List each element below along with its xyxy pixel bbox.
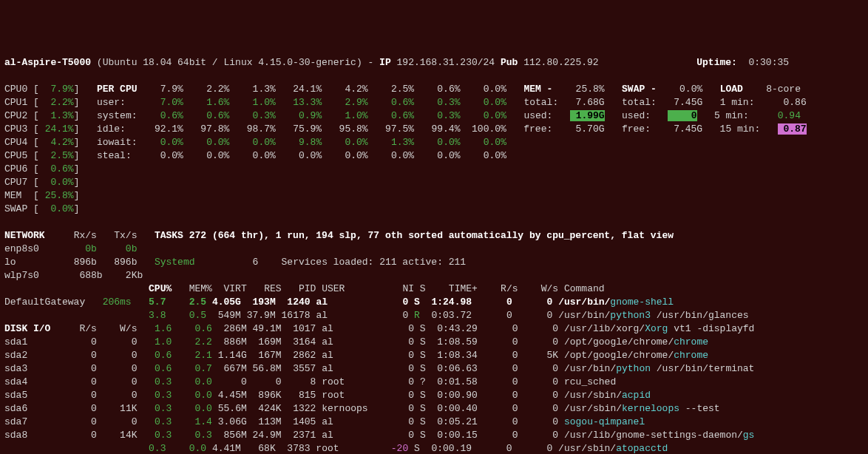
disk-row: sda7 0 0: [4, 416, 137, 427]
tasks-line: TASKS 272 (664 thr), 1 run, 194 slp, 77 …: [155, 230, 674, 241]
cpu-row-5: CPU5 [ 2.5%] steal: 0.0% 0.0% 0.0% 0.0% …: [4, 150, 506, 161]
proc-row: 0.3 0.0 4.45M 896K 815 root 0 S 0:00.90 …: [155, 390, 651, 401]
disk-header: DISK I/O R/s W/s: [4, 323, 137, 334]
net-row-1: lo 896b 896b: [4, 257, 137, 268]
header-line: al-Aspire-T5000 (Ubuntu 18.04 64bit / Li…: [4, 57, 789, 68]
cpu-row-7: CPU7 [ 0.0%]: [4, 177, 79, 188]
cpu-row-0: CPU0 [ 7.9%] PER CPU 7.9% 2.2% 1.3% 24.1…: [4, 84, 801, 95]
terminal[interactable]: al-Aspire-T5000 (Ubuntu 18.04 64bit / Li…: [4, 56, 864, 454]
disk-row: sda2 0 0: [4, 350, 137, 361]
cpu-row-3: CPU3 [ 24.1%] idle: 92.1% 97.8% 98.7% 75…: [4, 123, 807, 135]
proc-row: 1.6 0.6 286M 49.1M 1017 al 0 S 0:43.29 0…: [155, 323, 755, 334]
cpu-row-4: CPU4 [ 4.2%] iowait: 0.0% 0.0% 0.0% 9.8%…: [4, 137, 506, 148]
proc-row: 0.6 2.1 1.14G 167M 2862 al 0 S 1:08.34 0…: [155, 350, 708, 361]
proc-row: 1.0 2.2 886M 169M 3164 al 0 S 1:08.59 0 …: [155, 336, 708, 348]
disk-row: sda1 0 0: [4, 336, 137, 348]
cpu-row-6: CPU6 [ 0.6%]: [4, 163, 79, 175]
proc-row: 0.3 0.0 55.6M 424K 1322 kernoops 0 S 0:0…: [155, 403, 720, 414]
proc-row: 3.8 0.5 549M 37.9M 16178 al 0 R 0:03.72 …: [149, 310, 749, 321]
cpu-row-1: CPU1 [ 2.2%] user: 7.0% 1.6% 1.0% 13.3% …: [4, 97, 807, 108]
mem-row: MEM [ 25.8%]: [4, 190, 79, 201]
disk-row: sda3 0 0: [4, 363, 137, 374]
disk-row: sda4 0 0: [4, 376, 137, 387]
proc-row: 0.3 0.3 856M 24.9M 2371 al 0 S 0:00.15 0…: [155, 430, 755, 441]
proc-row: 0.3 1.4 3.06G 113M 1405 al 0 S 0:05.21 0…: [155, 416, 645, 427]
net-row-0: enp8s0 0b 0b: [4, 243, 137, 254]
net-header: NETWORK Rx/s Tx/s: [4, 230, 137, 241]
systemd-label: Systemd: [155, 257, 195, 268]
proc-row: 0.3 0.0 4.41M 68K 3783 root -20 S 0:00.1…: [149, 443, 668, 454]
disk-row: sda6 0 11K: [4, 403, 137, 414]
net-row-2: wlp7s0 688b 2Kb: [4, 270, 143, 281]
proc-row: 5.7 2.5 4.05G 193M 1240 al 0 S 1:24.98 0…: [149, 297, 674, 308]
proc-row: 0.6 0.7 667M 56.8M 3557 al 0 S 0:06.63 0…: [155, 363, 755, 374]
proc-row: 0.3 0.0 0 0 8 root 0 ? 0:01.58 0 0 rcu_s…: [155, 376, 616, 387]
gw-row: DefaultGateway 206ms: [4, 297, 132, 308]
disk-row: sda5 0 0: [4, 390, 137, 401]
proc-header: CPU% MEM% VIRT RES PID USER NI S TIME+ R…: [4, 283, 605, 294]
swap-row: SWAP [ 0.0%]: [4, 203, 79, 214]
cpu-row-2: CPU2 [ 1.3%] system: 0.6% 0.6% 0.3% 0.9%…: [4, 110, 801, 121]
disk-row: sda8 0 14K: [4, 430, 137, 441]
